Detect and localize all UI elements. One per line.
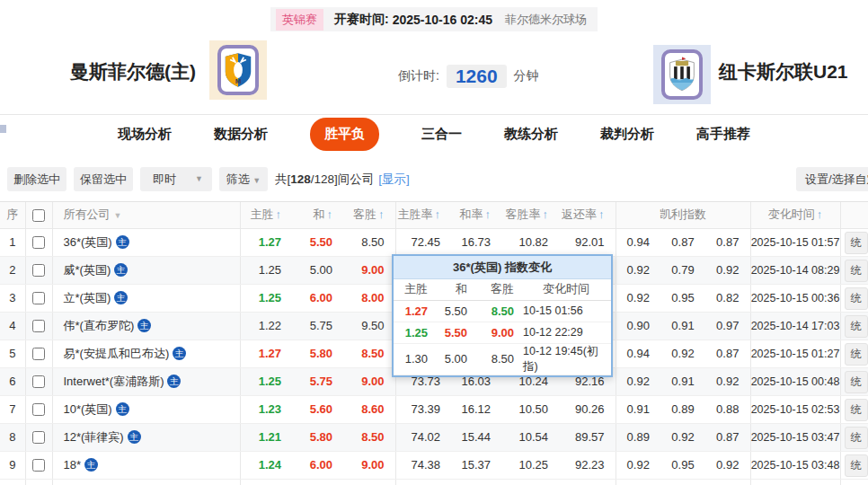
- kelly-draw-cell: 0.91: [660, 312, 705, 340]
- show-link[interactable]: [显示]: [378, 172, 410, 186]
- header-away-rate[interactable]: 客胜率↑: [501, 202, 559, 228]
- header-index: 序: [0, 202, 25, 228]
- tab-referee-analysis[interactable]: 裁判分析: [600, 126, 654, 143]
- company-cell: 易*(安提瓜和巴布达)主: [52, 340, 240, 367]
- home-odds-cell: 1.25: [240, 367, 292, 395]
- row-index: 8: [0, 423, 25, 451]
- stats-button[interactable]: 统: [845, 315, 868, 338]
- match-info-bar: 英锦赛 开赛时间: 2025-10-16 02:45 菲尔德米尔球场: [0, 7, 868, 31]
- row-checkbox[interactable]: [32, 320, 45, 332]
- row-checkbox-cell: [25, 367, 52, 395]
- odds-change-popup: 36*(英国) 指数变化 主胜 和 客胜 变化时间 1.27 5.50 8.50…: [392, 254, 613, 377]
- kelly-home-cell: 0.94: [616, 340, 660, 367]
- company-cell: 36*(英国)主: [52, 228, 240, 256]
- tab-data-analysis[interactable]: 数据分析: [214, 126, 268, 143]
- draw-odds-cell: 5.80: [292, 423, 343, 451]
- row-index: 1: [0, 228, 25, 256]
- header-away-odds[interactable]: 客胜↑: [343, 202, 395, 228]
- row-checkbox[interactable]: [32, 264, 45, 277]
- edge-marker: [0, 125, 6, 133]
- row-index: 6: [0, 367, 25, 395]
- stats-button[interactable]: 统: [845, 260, 868, 282]
- company-name[interactable]: 伟*(直布罗陀): [64, 319, 135, 332]
- row-checkbox[interactable]: [32, 403, 45, 416]
- stats-button[interactable]: 统: [845, 371, 868, 393]
- company-name[interactable]: 18*: [64, 458, 82, 472]
- draw-odds-cell: 5.50: [292, 228, 343, 256]
- tab-coach-analysis[interactable]: 教练分析: [504, 126, 558, 143]
- kelly-home-cell: 0.92: [616, 367, 660, 395]
- row-checkbox-cell: [25, 256, 52, 284]
- home-badge-icon: 主: [116, 402, 129, 416]
- time-filter-dropdown[interactable]: 即时 ▼: [140, 167, 212, 191]
- company-name[interactable]: 易*(安提瓜和巴布达): [64, 347, 170, 360]
- delete-selected-button[interactable]: 删除选中: [7, 167, 66, 191]
- header-change-time[interactable]: 变化时间↑: [750, 202, 840, 228]
- stats-button[interactable]: 统: [845, 232, 868, 254]
- teams-header: 曼斯菲尔德(主) M 倒计时: 1260 分钟: [0, 36, 868, 114]
- company-name[interactable]: 立*(英国): [64, 291, 111, 304]
- partial-next-row: [0, 479, 868, 485]
- popup-draw-odds: 5.50: [435, 300, 474, 322]
- kelly-home-cell: 0.90: [616, 312, 660, 340]
- row-checkbox-cell: [25, 228, 52, 256]
- actions-cell: 统: [840, 423, 868, 451]
- change-time-cell: 2025-10-15 00:48: [750, 367, 840, 395]
- draw-rate-cell: 16.73: [451, 228, 501, 256]
- select-all-checkbox[interactable]: [32, 209, 45, 222]
- row-checkbox[interactable]: [32, 431, 45, 444]
- change-time-cell: 2025-10-15 00:36: [750, 284, 840, 312]
- home-team-logo: M: [209, 40, 267, 100]
- row-checkbox[interactable]: [32, 459, 45, 472]
- tab-win-draw-lose[interactable]: 胜平负: [310, 118, 379, 151]
- popup-header-away: 客胜: [474, 279, 521, 300]
- company-name[interactable]: 36*(英国): [64, 235, 112, 249]
- kelly-draw-cell: 0.87: [660, 228, 705, 256]
- kelly-away-cell: 0.92: [705, 367, 750, 395]
- popup-header-row: 主胜 和 客胜 变化时间: [394, 279, 611, 300]
- header-home-rate[interactable]: 主胜率↑: [395, 202, 451, 228]
- company-name[interactable]: Interwet*(塞浦路斯): [64, 375, 164, 388]
- stats-button[interactable]: 统: [845, 427, 868, 449]
- popup-header-draw: 和: [435, 279, 474, 300]
- header-draw-rate[interactable]: 和率↑: [451, 202, 501, 228]
- stats-button[interactable]: 统: [845, 454, 868, 477]
- header-return-rate[interactable]: 返还率↑: [559, 202, 616, 228]
- header-home-odds[interactable]: 主胜↑: [240, 202, 292, 228]
- row-checkbox[interactable]: [32, 348, 45, 360]
- away-odds-cell: 9.00: [343, 367, 395, 395]
- home-badge-icon: 主: [128, 430, 141, 444]
- company-name[interactable]: 威*(英国): [64, 263, 111, 277]
- keep-selected-button[interactable]: 保留选中: [74, 167, 133, 191]
- home-odds-cell: 1.27: [240, 228, 292, 256]
- popup-row: 1.27 5.50 8.50 10-15 01:56: [394, 300, 611, 322]
- row-checkbox-cell: [25, 312, 52, 340]
- kelly-home-cell: 0.89: [616, 423, 660, 451]
- stats-button[interactable]: 统: [845, 287, 868, 310]
- home-badge-icon: 主: [173, 347, 186, 360]
- header-company[interactable]: 所有公司▼: [52, 202, 240, 228]
- kelly-draw-cell: 0.91: [660, 367, 705, 395]
- stats-button[interactable]: 统: [845, 399, 868, 421]
- actions-cell: 统: [840, 451, 868, 479]
- change-time-cell: 2025-10-15 02:53: [750, 395, 840, 423]
- settings-button[interactable]: 设置/选择自定: [796, 167, 868, 191]
- header-draw-odds[interactable]: 和↑: [292, 202, 343, 228]
- popup-change-time: 10-15 01:56: [521, 300, 611, 322]
- filter-dropdown[interactable]: 筛选 ▼: [219, 167, 268, 191]
- header-actions: [840, 202, 868, 228]
- company-name[interactable]: 12*(菲律宾): [64, 430, 124, 444]
- away-odds-cell: 8.50: [343, 423, 395, 451]
- tab-live-analysis[interactable]: 现场分析: [118, 126, 172, 143]
- row-checkbox[interactable]: [32, 236, 45, 249]
- company-name[interactable]: 10*(英国): [64, 402, 112, 416]
- tab-expert-picks[interactable]: 高手推荐: [696, 126, 750, 143]
- actions-cell: 统: [840, 367, 868, 395]
- stats-button[interactable]: 统: [845, 343, 868, 366]
- row-checkbox[interactable]: [32, 292, 45, 304]
- home-crest-icon: M: [217, 45, 259, 95]
- tab-three-in-one[interactable]: 三合一: [421, 126, 462, 143]
- away-odds-cell: 8.00: [343, 284, 395, 312]
- row-checkbox[interactable]: [32, 375, 45, 388]
- kelly-draw-cell: 0.92: [660, 340, 705, 367]
